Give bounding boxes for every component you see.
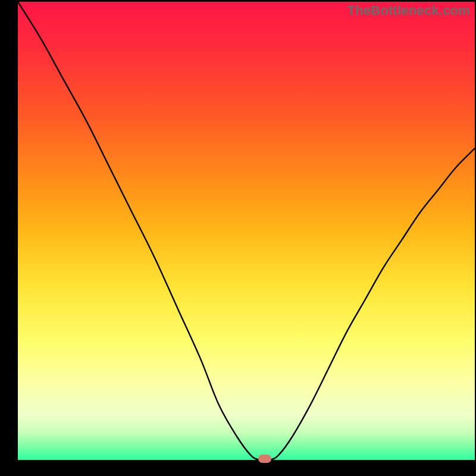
- bottleneck-curve: [18, 2, 475, 460]
- minimum-marker: [258, 455, 271, 463]
- plot-area: TheBottleneck.com: [18, 2, 475, 460]
- chart-container: TheBottleneck.com: [0, 0, 476, 476]
- curve-svg: [18, 2, 475, 460]
